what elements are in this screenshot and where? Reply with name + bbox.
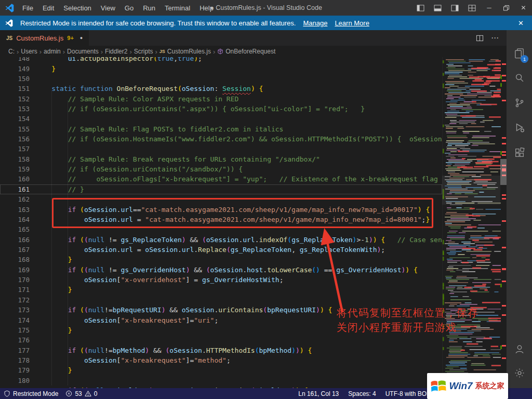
code-line-166[interactable]: 166 if ((null != gs_ReplaceToken) && (oS… xyxy=(0,234,442,244)
minimap[interactable] xyxy=(442,57,501,388)
code-line-164[interactable]: 164 oSession.url = "cat-match.easygame20… xyxy=(0,215,442,224)
error-mark xyxy=(502,75,506,76)
account-icon[interactable] xyxy=(507,337,532,362)
minimize-button[interactable]: ─ xyxy=(481,0,498,16)
menu-file[interactable]: File xyxy=(18,0,38,16)
code-line-149[interactable]: 149 } xyxy=(0,63,442,73)
code-line-163[interactable]: 163 if (oSession.url=="cat-match.easygam… xyxy=(0,204,442,214)
toggle-secondary-sidebar-icon[interactable] xyxy=(446,0,463,16)
line-number: 172 xyxy=(0,296,35,304)
run-debug-icon[interactable] xyxy=(507,115,532,140)
code-line-174[interactable]: 174 oSession["x-breakrequest"]="uri"; xyxy=(0,315,442,325)
close-button[interactable]: ✕ xyxy=(515,0,532,16)
code-line-175[interactable]: 175 } xyxy=(0,325,442,335)
code-line-179[interactable]: 179 } xyxy=(0,365,442,375)
code-line-153[interactable]: 153 // if (oSession.uriContains(".aspx")… xyxy=(0,104,442,114)
learn-more-link[interactable]: Learn More xyxy=(335,19,369,27)
code-line-169[interactable]: 169 if ((null != gs_OverridenHost) && (o… xyxy=(0,265,442,275)
menu-run[interactable]: Run xyxy=(138,0,160,16)
banner-message: Restricted Mode is intended for safe cod… xyxy=(20,19,296,27)
code-line-161[interactable]: 161 // } xyxy=(0,184,442,194)
toggle-panel-icon[interactable] xyxy=(429,0,446,16)
code-line-160[interactable]: 160 // oSession.oFlags["x-breakrequest"]… xyxy=(0,174,442,184)
explorer-badge: 1 xyxy=(521,55,528,63)
more-actions-icon[interactable]: ⋯ xyxy=(491,33,499,43)
error-mark xyxy=(502,269,506,270)
code-line-165[interactable]: 165 xyxy=(0,224,442,234)
code-line-168[interactable]: 168 } xyxy=(0,255,442,264)
indentation-item[interactable]: Spaces: 4 xyxy=(344,388,379,399)
code-line-157[interactable]: 157 xyxy=(0,144,442,154)
dirty-indicator-icon[interactable]: ● xyxy=(80,35,83,41)
breadcrumb-item[interactable]: Scripts xyxy=(134,48,153,55)
cursor-position-item[interactable]: Ln 161, Col 13 xyxy=(295,388,342,399)
tabbar: JS CustomRules.js 9+ ● ⋯ xyxy=(0,30,507,46)
code-lines: 148 ui.actUpdateInspector(true,true);149… xyxy=(0,57,442,388)
toggle-primary-sidebar-icon[interactable] xyxy=(412,0,429,16)
code-line-150[interactable]: 150 xyxy=(0,74,442,84)
code-line-172[interactable]: 172 xyxy=(0,295,442,305)
change-mark xyxy=(500,284,502,287)
code-line-170[interactable]: 170 oSession["x-overridehost"] = gs_Over… xyxy=(0,275,442,285)
code-line-154[interactable]: 154 xyxy=(0,114,442,124)
menu-edit[interactable]: Edit xyxy=(38,0,59,16)
code-region[interactable]: 148 ui.actUpdateInspector(true,true);149… xyxy=(0,57,442,388)
manage-link[interactable]: Manage xyxy=(303,19,327,27)
code-line-176[interactable]: 176 xyxy=(0,335,442,345)
breadcrumb-item[interactable]: admin xyxy=(44,48,61,55)
editor-actions: ⋯ xyxy=(476,30,507,46)
settings-gear-icon[interactable] xyxy=(507,361,532,385)
line-number: 164 xyxy=(0,216,35,223)
minimap-slider[interactable] xyxy=(442,176,500,205)
line-number: 171 xyxy=(0,286,35,294)
search-icon[interactable] xyxy=(507,65,532,90)
line-number: 176 xyxy=(0,336,35,344)
menu-go[interactable]: Go xyxy=(120,0,138,16)
restricted-mode-item[interactable]: Restricted Mode xyxy=(0,388,62,399)
tab-label: CustomRules.js xyxy=(16,34,63,42)
extensions-icon[interactable] xyxy=(507,140,532,165)
breadcrumb-item[interactable]: Documents xyxy=(67,48,99,55)
menu-selection[interactable]: Selection xyxy=(59,0,96,16)
code-line-159[interactable]: 159 // if (oSession.uriContains("/sandbo… xyxy=(0,164,442,174)
vscode-logo-icon xyxy=(5,4,14,12)
code-line-152[interactable]: 152 // Sample Rule: Color ASPX requests … xyxy=(0,94,442,103)
line-number: 165 xyxy=(0,225,35,233)
customize-layout-icon[interactable] xyxy=(463,0,481,16)
line-number: 158 xyxy=(0,155,35,163)
source-control-icon[interactable] xyxy=(507,90,532,115)
code-line-167[interactable]: 167 oSession.url = oSession.url.Replace(… xyxy=(0,245,442,255)
code-line-171[interactable]: 171 } xyxy=(0,285,442,295)
breadcrumb-item[interactable]: Fiddler2 xyxy=(105,48,127,55)
split-editor-icon[interactable] xyxy=(476,34,484,42)
watermark-brand: Win7 xyxy=(449,380,472,392)
problems-item[interactable]: 53 0 xyxy=(62,388,101,399)
menu-terminal[interactable]: Terminal xyxy=(160,0,195,16)
banner-close-icon[interactable]: ✕ xyxy=(518,19,524,27)
tab-customrules[interactable]: JS CustomRules.js 9+ ● xyxy=(0,30,89,46)
code-line-177[interactable]: 177 if ((null!=bpMethod) && (oSession.HT… xyxy=(0,345,442,355)
chevron-right-icon: › xyxy=(211,48,217,56)
code-line-158[interactable]: 158 // Sample Rule: Break requests for U… xyxy=(0,154,442,164)
line-number: 178 xyxy=(0,356,35,364)
code-line-151[interactable]: 151 static function OnBeforeRequest(oSes… xyxy=(0,84,442,94)
scrollbar-thumb[interactable] xyxy=(500,159,507,185)
code-line-173[interactable]: 173 if ((null!=bpRequestURI) && oSession… xyxy=(0,305,442,315)
code-line-156[interactable]: 156 // if (oSession.HostnameIs("www.fidd… xyxy=(0,134,442,144)
breadcrumb-item[interactable]: Users xyxy=(21,48,37,55)
restore-button[interactable] xyxy=(498,0,515,16)
editor[interactable]: 148 ui.actUpdateInspector(true,true);149… xyxy=(0,57,507,388)
line-number: 149 xyxy=(0,65,35,73)
code-line-155[interactable]: 155 // Sample Rule: Flag POSTs to fiddle… xyxy=(0,124,442,134)
code-line-162[interactable]: 162 xyxy=(0,194,442,204)
code-line-180[interactable]: 180 xyxy=(0,376,442,385)
code-line-148[interactable]: 148 ui.actUpdateInspector(true,true); xyxy=(0,57,442,63)
error-mark xyxy=(502,314,506,316)
error-mark xyxy=(502,151,506,153)
breadcrumb-item[interactable]: OnBeforeRequest xyxy=(225,48,275,55)
breadcrumb-item[interactable]: CustomRules.js xyxy=(167,48,211,55)
code-line-178[interactable]: 178 oSession["x-breakrequest"]="method"; xyxy=(0,355,442,365)
explorer-icon[interactable]: 1 xyxy=(507,41,532,65)
menu-view[interactable]: View xyxy=(96,0,120,16)
breadcrumb-item[interactable]: C: xyxy=(8,48,15,55)
